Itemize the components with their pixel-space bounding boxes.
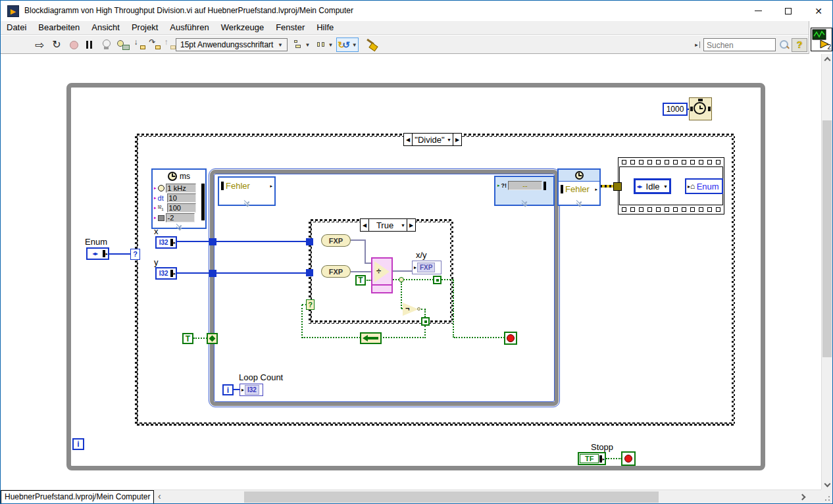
align-objects-button[interactable]: ▼ bbox=[292, 38, 312, 52]
true-constant-inner[interactable]: T bbox=[355, 275, 366, 286]
menu-werkzeuge[interactable]: Werkzeuge bbox=[215, 21, 270, 34]
wire-divide-xy[interactable] bbox=[393, 270, 412, 272]
feedback-node[interactable] bbox=[360, 332, 382, 344]
wire-fxp1-b[interactable] bbox=[365, 239, 366, 264]
while-loop-conditional-terminal[interactable] bbox=[621, 451, 636, 466]
vertical-scroll-thumb[interactable] bbox=[822, 120, 832, 357]
case-next-icon[interactable]: ▶ bbox=[453, 134, 461, 145]
case-inner-selector-terminal[interactable]: ? bbox=[306, 299, 315, 310]
case-outer-selector-terminal[interactable]: ? bbox=[130, 249, 140, 260]
timed-loop-input-node[interactable]: ms ▸ 1 kHz ▸ dt 10 ▸ ³²₁ 100 ▸ -2 bbox=[151, 168, 207, 229]
wire-stop[interactable] bbox=[606, 458, 622, 459]
minimize-button[interactable] bbox=[743, 1, 773, 21]
chevron-down-icon[interactable]: ▼ bbox=[447, 138, 451, 142]
block-diagram[interactable]: 1000 ◀ "Divide" ▼ ▶ ? Enum ◂▸ ▸ x bbox=[1, 54, 821, 490]
menu-datei[interactable]: Datei bbox=[1, 21, 32, 34]
scroll-left-icon[interactable]: ‹ bbox=[158, 491, 161, 501]
chevron-down-icon[interactable]: ▼ bbox=[401, 223, 405, 228]
timed-loop-left-data-node[interactable]: Fehler ▸ bbox=[218, 176, 276, 206]
vertical-scrollbar[interactable] bbox=[821, 54, 832, 490]
case-inner-selector[interactable]: ◀ True ▼ ▶ bbox=[360, 218, 416, 232]
execution-context-selector[interactable]: HuebnerPruefstand.lvproj/Mein Computer bbox=[1, 490, 154, 504]
tunnel-x-case[interactable] bbox=[306, 238, 313, 245]
case-outer-selector[interactable]: ◀ "Divide" ▼ ▶ bbox=[403, 133, 462, 146]
timed-loop-stop-terminal[interactable] bbox=[504, 332, 517, 345]
fxp-cast-y[interactable]: FXP bbox=[321, 265, 351, 278]
pause-button[interactable] bbox=[82, 38, 95, 52]
menu-ansicht[interactable]: Ansicht bbox=[86, 21, 126, 34]
menu-fenster[interactable]: Fenster bbox=[270, 21, 311, 34]
resize-grip[interactable] bbox=[821, 490, 832, 503]
case-prev-icon[interactable]: ◀ bbox=[404, 134, 413, 145]
x-control-terminal[interactable]: I32 ▸ bbox=[155, 236, 177, 249]
wire-valid-b[interactable] bbox=[442, 279, 453, 280]
tunnel-x-timed[interactable] bbox=[209, 238, 216, 245]
wait-ms-constant[interactable]: 1000 bbox=[663, 103, 688, 116]
timed-loop-iteration-terminal[interactable]: i bbox=[222, 384, 234, 395]
sequence-error-tunnel[interactable] bbox=[613, 182, 622, 191]
timed-loop-right-data-node[interactable]: ▸ ?! -- bbox=[494, 176, 555, 206]
wire-t-tunnel[interactable] bbox=[193, 338, 207, 339]
search-input[interactable] bbox=[704, 39, 775, 51]
tunnel-valid-bottom[interactable] bbox=[421, 317, 430, 326]
wire-fxp1-a[interactable] bbox=[351, 239, 365, 241]
search-collapse-handle[interactable]: ▸ bbox=[693, 38, 702, 52]
retain-wire-values-button[interactable] bbox=[115, 38, 131, 52]
source-row[interactable]: ▸ 1 kHz bbox=[154, 184, 196, 193]
reorder-button[interactable]: ↻↺ ▼ bbox=[336, 38, 359, 52]
processor-value[interactable]: -2 bbox=[166, 213, 195, 222]
run-button[interactable]: ⇨ bbox=[32, 38, 47, 52]
xy-indicator-terminal[interactable]: ▸ FXP bbox=[412, 261, 442, 274]
horizontal-scroll-thumb[interactable] bbox=[244, 491, 659, 503]
wire-error[interactable] bbox=[600, 185, 614, 188]
scroll-up-icon[interactable] bbox=[824, 57, 831, 64]
timed-loop-condition-tunnel[interactable] bbox=[207, 333, 218, 344]
step-over-button[interactable]: ↷ bbox=[148, 38, 161, 52]
wire-enum-selector[interactable] bbox=[109, 253, 131, 255]
timed-loop-output-node[interactable]: Fehler ▸ bbox=[557, 168, 601, 206]
dt-value[interactable]: 10 bbox=[167, 193, 196, 203]
wire-valid-c[interactable] bbox=[453, 280, 454, 338]
vi-run-state-icon[interactable]: 2 bbox=[811, 28, 832, 51]
step-into-button[interactable]: ↓ bbox=[133, 38, 146, 52]
dt-row[interactable]: ▸ dt 10 bbox=[154, 193, 196, 203]
wire-fb-c[interactable] bbox=[301, 305, 303, 338]
idle-enum-constant[interactable]: ◂▸ Idle ▼ bbox=[634, 178, 671, 194]
maximize-button[interactable] bbox=[773, 1, 803, 21]
distribute-objects-button[interactable]: ▼ bbox=[315, 38, 335, 52]
while-loop-iteration-terminal[interactable]: i bbox=[72, 438, 84, 450]
enum-local-variable[interactable]: ▸ ⌂ Enum bbox=[685, 178, 723, 194]
case-inner-selector-value[interactable]: True bbox=[369, 220, 401, 230]
menu-ausfuehren[interactable]: Ausführen bbox=[164, 21, 215, 34]
clean-up-diagram-button[interactable] bbox=[363, 38, 380, 52]
abort-button[interactable] bbox=[66, 38, 81, 52]
search-button[interactable] bbox=[778, 38, 790, 52]
wire-x[interactable] bbox=[177, 241, 310, 242]
case-outer-selector-value[interactable]: "Divide" bbox=[413, 135, 447, 145]
fxp-cast-x[interactable]: FXP bbox=[321, 234, 351, 247]
case-next-icon[interactable]: ▶ bbox=[407, 219, 415, 231]
chevron-down-icon[interactable]: ▼ bbox=[663, 184, 668, 189]
wire-fxp2[interactable] bbox=[351, 271, 372, 272]
loop-count-indicator[interactable]: ▸ I32 bbox=[240, 384, 263, 396]
enum-control-terminal[interactable]: ◂▸ ▸ bbox=[86, 247, 109, 260]
scroll-down-icon[interactable] bbox=[824, 481, 831, 488]
tunnel-y-timed[interactable] bbox=[209, 270, 216, 277]
wakeup-value[interactable]: -- bbox=[508, 181, 542, 190]
processor-row[interactable]: ▸ -2 bbox=[154, 213, 195, 222]
wire-y[interactable] bbox=[177, 272, 310, 274]
tunnel-valid-right[interactable] bbox=[433, 276, 442, 284]
step-out-button[interactable]: ↑ bbox=[163, 38, 176, 52]
font-selector[interactable]: 15pt Anwendungsschriftart ▼ bbox=[176, 38, 288, 51]
true-constant-outer[interactable]: T bbox=[182, 333, 193, 344]
wire-valid-d[interactable] bbox=[454, 337, 505, 338]
context-help-button[interactable]: ? bbox=[792, 38, 807, 52]
menu-projekt[interactable]: Projekt bbox=[126, 21, 164, 34]
highlight-execution-button[interactable] bbox=[99, 38, 113, 52]
tunnel-y-case[interactable] bbox=[306, 269, 313, 276]
close-button[interactable]: ✕ bbox=[803, 1, 833, 21]
wire-not-in-a[interactable] bbox=[401, 282, 402, 309]
priority-value[interactable]: 100 bbox=[167, 203, 196, 213]
wait-ms-function[interactable] bbox=[689, 97, 712, 120]
case-prev-icon[interactable]: ◀ bbox=[361, 219, 369, 231]
